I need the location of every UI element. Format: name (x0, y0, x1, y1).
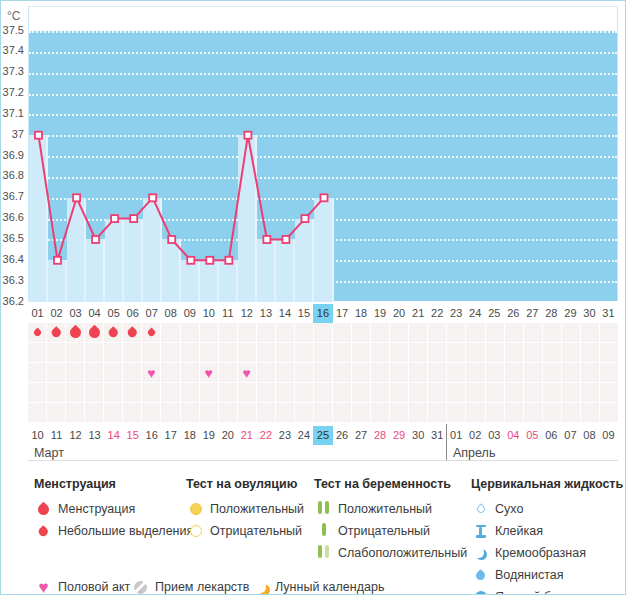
symbol-cell[interactable] (600, 383, 618, 402)
cycle-day-cell[interactable]: 05 (104, 304, 123, 323)
symbol-cell[interactable] (505, 343, 523, 362)
date-cell[interactable]: 27 (352, 426, 371, 445)
symbol-cell[interactable] (104, 363, 122, 382)
symbol-cell[interactable] (314, 323, 332, 342)
symbol-cell[interactable] (142, 343, 160, 362)
date-cell[interactable]: 04 (504, 426, 523, 445)
symbol-cell[interactable] (161, 323, 179, 342)
symbol-cell[interactable] (371, 343, 389, 362)
symbol-cell[interactable] (181, 363, 199, 382)
symbol-cell[interactable] (257, 363, 275, 382)
symbol-cell[interactable] (562, 403, 580, 422)
date-cell[interactable]: 18 (180, 426, 199, 445)
symbol-cell[interactable] (161, 383, 179, 402)
date-cell[interactable]: 19 (199, 426, 218, 445)
temperature-point-marker[interactable] (225, 257, 232, 264)
date-cell[interactable]: 30 (409, 426, 428, 445)
date-cell[interactable]: 25 (313, 426, 332, 445)
cycle-day-cell[interactable]: 26 (504, 304, 523, 323)
symbol-cell[interactable] (543, 403, 561, 422)
cycle-day-cell[interactable]: 24 (466, 304, 485, 323)
symbol-cell[interactable] (85, 363, 103, 382)
symbol-cell[interactable] (66, 323, 84, 342)
symbol-cell[interactable] (295, 363, 313, 382)
date-cell[interactable]: 10 (28, 426, 47, 445)
symbol-cell[interactable] (314, 363, 332, 382)
symbol-cell[interactable] (600, 343, 618, 362)
symbol-cell[interactable] (257, 383, 275, 402)
symbol-cell[interactable] (524, 403, 542, 422)
cycle-day-cell[interactable]: 18 (352, 304, 371, 323)
symbol-cell[interactable] (276, 403, 294, 422)
symbol-cell[interactable] (428, 403, 446, 422)
date-cell[interactable]: 02 (466, 426, 485, 445)
symbol-cell[interactable] (371, 403, 389, 422)
symbol-cell[interactable] (28, 323, 46, 342)
temperature-point-marker[interactable] (168, 236, 175, 243)
symbol-cell[interactable] (486, 383, 504, 402)
symbol-cell[interactable] (505, 363, 523, 382)
symbol-cell[interactable] (505, 383, 523, 402)
symbol-cell[interactable] (333, 363, 351, 382)
symbol-cell[interactable] (486, 363, 504, 382)
symbol-cell[interactable] (466, 383, 484, 402)
symbol-cell[interactable] (371, 363, 389, 382)
symbol-cell[interactable] (600, 403, 618, 422)
symbol-cell[interactable] (409, 343, 427, 362)
symbol-cell[interactable] (409, 363, 427, 382)
symbol-cell[interactable] (47, 383, 65, 402)
temperature-point-marker[interactable] (35, 132, 42, 139)
symbol-cell[interactable] (295, 323, 313, 342)
cycle-day-cell[interactable]: 31 (599, 304, 618, 323)
date-cell[interactable]: 03 (485, 426, 504, 445)
cycle-day-cell[interactable]: 17 (333, 304, 352, 323)
symbol-cell[interactable] (447, 403, 465, 422)
date-cell[interactable]: 14 (104, 426, 123, 445)
cycle-day-cell[interactable]: 29 (561, 304, 580, 323)
cycle-day-cell[interactable]: 21 (409, 304, 428, 323)
symbol-cell[interactable] (428, 363, 446, 382)
cycle-day-cell[interactable]: 13 (256, 304, 275, 323)
date-cell[interactable]: 07 (561, 426, 580, 445)
cycle-day-cell[interactable]: 20 (390, 304, 409, 323)
symbol-cell[interactable] (276, 343, 294, 362)
symbol-cell[interactable] (66, 383, 84, 402)
symbol-cell[interactable] (581, 323, 599, 342)
temperature-point-marker[interactable] (149, 194, 156, 201)
symbol-cell[interactable] (505, 403, 523, 422)
symbol-cell[interactable] (276, 383, 294, 402)
symbol-cell[interactable] (524, 363, 542, 382)
symbol-cell[interactable] (524, 383, 542, 402)
date-cell[interactable]: 26 (333, 426, 352, 445)
symbol-cell[interactable] (181, 403, 199, 422)
temperature-point-marker[interactable] (92, 236, 99, 243)
symbol-cell[interactable] (142, 323, 160, 342)
symbol-cell[interactable] (47, 323, 65, 342)
date-cell[interactable]: 12 (66, 426, 85, 445)
symbol-cell[interactable] (333, 403, 351, 422)
symbol-cell[interactable] (200, 343, 218, 362)
symbol-cell[interactable] (181, 323, 199, 342)
cycle-day-cell[interactable]: 15 (294, 304, 313, 323)
cycle-day-cell[interactable]: 14 (275, 304, 294, 323)
symbol-cell[interactable] (466, 403, 484, 422)
symbol-cell[interactable] (486, 403, 504, 422)
symbol-cell[interactable] (276, 363, 294, 382)
symbol-cell[interactable] (447, 343, 465, 362)
temperature-point-marker[interactable] (73, 194, 80, 201)
symbol-cell[interactable] (28, 363, 46, 382)
symbol-cell[interactable] (276, 323, 294, 342)
temperature-plot[interactable] (28, 6, 618, 301)
symbol-cell[interactable] (562, 363, 580, 382)
symbol-cell[interactable] (123, 383, 141, 402)
symbol-cell[interactable] (352, 343, 370, 362)
temperature-point-marker[interactable] (54, 257, 61, 264)
symbol-cell[interactable] (466, 323, 484, 342)
date-cell[interactable]: 29 (390, 426, 409, 445)
symbol-cell[interactable] (85, 403, 103, 422)
cycle-day-cell[interactable]: 09 (180, 304, 199, 323)
symbol-cell[interactable] (104, 383, 122, 402)
symbol-cell[interactable] (123, 343, 141, 362)
symbol-cell[interactable] (409, 323, 427, 342)
symbol-cell[interactable] (562, 343, 580, 362)
